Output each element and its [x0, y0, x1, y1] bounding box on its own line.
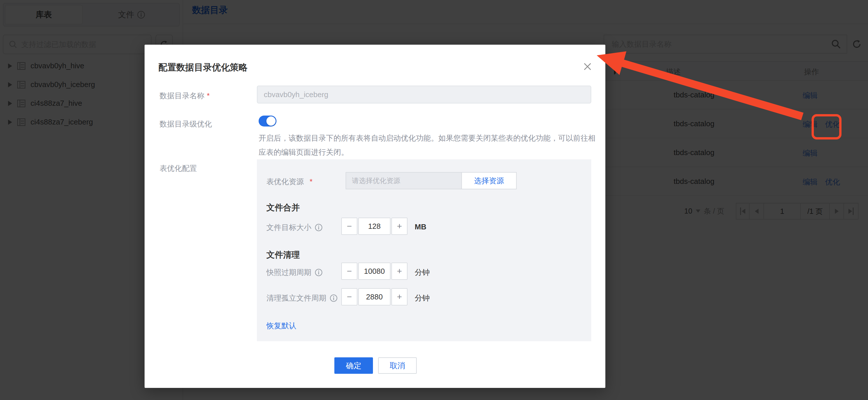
catalog-opt-description: 开启后，该数据目录下的所有表将自动启动优化功能。如果您需要关闭某些表的优化功能，… — [259, 131, 601, 160]
catalog-name-label: 数据目录名称* — [159, 91, 210, 101]
modal-title: 配置数据目录优化策略 — [158, 61, 248, 74]
info-icon[interactable] — [315, 268, 322, 276]
restore-default-link[interactable]: 恢复默认 — [267, 321, 296, 331]
minus-button[interactable]: − — [341, 288, 358, 306]
toggle-knob — [267, 116, 276, 126]
plus-button[interactable]: + — [392, 262, 407, 280]
minus-button[interactable]: − — [341, 262, 358, 280]
table-opt-label: 表优化配置 — [159, 163, 197, 173]
target-size-value[interactable]: 128 — [358, 218, 391, 235]
target-size-stepper: − 128 + — [341, 218, 407, 235]
orphan-clean-value[interactable]: 2880 — [358, 288, 391, 306]
snapshot-expire-label: 快照过期周期 — [267, 267, 322, 278]
catalog-opt-toggle[interactable] — [259, 116, 276, 126]
select-resource-button[interactable]: 选择资源 — [461, 172, 517, 189]
catalog-name-input: cbvavb0yh_iceberg — [257, 86, 591, 104]
resource-label: 表优化资源* — [267, 177, 312, 187]
info-icon[interactable] — [315, 224, 322, 231]
snapshot-expire-unit: 分钟 — [415, 267, 430, 278]
cancel-button[interactable]: 取消 — [378, 358, 417, 374]
screen: 库表 文件 支持过滤已加载的数据 — [0, 0, 868, 400]
target-size-unit: MB — [415, 223, 426, 231]
clean-heading: 文件清理 — [267, 249, 300, 261]
close-icon — [583, 62, 592, 71]
plus-button[interactable]: + — [392, 218, 407, 235]
required-mark: * — [310, 177, 312, 186]
snapshot-expire-stepper: − 10080 + — [341, 262, 407, 280]
close-button[interactable] — [580, 59, 595, 74]
plus-button[interactable]: + — [392, 288, 407, 306]
confirm-button[interactable]: 确定 — [334, 358, 373, 374]
orphan-clean-unit: 分钟 — [415, 293, 430, 303]
catalog-opt-label: 数据目录级优化 — [159, 119, 212, 129]
table-opt-panel: 表优化资源* 请选择优化资源 选择资源 文件合并 文件目标大小 − 128 + … — [257, 160, 591, 341]
optimization-policy-modal: 配置数据目录优化策略 数据目录名称* cbvavb0yh_iceberg 数据目… — [145, 45, 606, 388]
minus-button[interactable]: − — [341, 218, 358, 235]
orphan-clean-label: 清理孤立文件周期 — [267, 293, 338, 303]
required-mark: * — [207, 91, 210, 100]
info-icon[interactable] — [330, 294, 338, 302]
resource-input[interactable]: 请选择优化资源 — [346, 172, 461, 189]
target-size-label: 文件目标大小 — [267, 223, 322, 233]
orphan-clean-stepper: − 2880 + — [341, 288, 407, 306]
merge-heading: 文件合并 — [267, 202, 300, 213]
snapshot-expire-value[interactable]: 10080 — [358, 262, 391, 280]
